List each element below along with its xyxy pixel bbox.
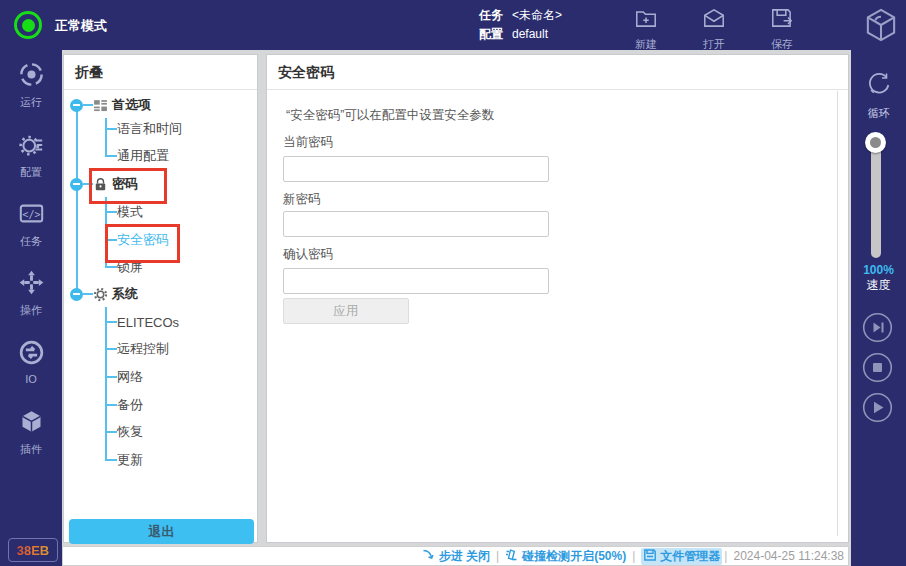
collapse-toggle-icon[interactable] <box>70 178 83 191</box>
nav-item-label: 插件 <box>20 442 42 457</box>
status-bar: 步进 关闭 | 碰撞检测开启(50%) | 文件管理器 | 2024-04-25… <box>62 546 849 566</box>
tree-node-label: 恢复 <box>117 423 143 441</box>
loop-label: 循环 <box>868 106 890 121</box>
nav-item-label: 任务 <box>20 234 42 249</box>
nav-item-plugin[interactable]: 插件 <box>0 408 62 457</box>
apply-button[interactable]: 应用 <box>283 298 409 324</box>
tree-node-label: 远程控制 <box>117 340 169 358</box>
loop-control[interactable]: 循环 <box>851 68 906 121</box>
tree-node-network[interactable]: 网络 <box>64 364 253 390</box>
status-separator: | <box>724 549 727 563</box>
tree-node-preferences[interactable]: 首选项 <box>64 92 253 118</box>
gear-list-icon <box>18 131 45 162</box>
status-separator: | <box>496 549 499 563</box>
tree-node-label: 通用配置 <box>117 147 169 165</box>
config-value: default <box>512 27 548 41</box>
timestamp: 2024-04-25 11:24:38 <box>733 549 844 563</box>
tree-node-general-config[interactable]: 通用配置 <box>64 143 253 169</box>
panel-divider <box>837 91 838 536</box>
exit-button[interactable]: 退出 <box>69 519 254 544</box>
step-mode-status[interactable]: 步进 关闭 <box>422 548 490 565</box>
tree-node-system[interactable]: 系统 <box>64 281 253 307</box>
tree-node-label: 网络 <box>117 368 143 386</box>
task-label: 任务 <box>479 8 503 22</box>
tree-node-label: 密码 <box>112 175 138 193</box>
save-icon <box>769 5 795 35</box>
file-actions: 新建 打开 保存 <box>624 5 804 52</box>
mode-indicator-icon[interactable] <box>14 11 42 39</box>
tree-node-label: 安全密码 <box>117 231 169 249</box>
tree-node-password[interactable]: 密码 <box>64 171 253 197</box>
save-task-label: 保存 <box>771 37 793 52</box>
tree-node-label: 模式 <box>117 203 143 221</box>
gear-icon <box>93 287 108 302</box>
nav-item-label: IO <box>25 373 37 385</box>
nav-item-jog[interactable]: 操作 <box>0 269 62 318</box>
tree-node-backup[interactable]: 备份 <box>64 392 253 418</box>
tree-node-elitecos[interactable]: ELITECOs <box>64 309 253 335</box>
tree-node-label: 更新 <box>117 451 143 469</box>
run-icon <box>18 61 45 92</box>
new-password-field[interactable] <box>283 211 549 237</box>
tree-node-remote-control[interactable]: 远程控制 <box>64 336 253 362</box>
play-button[interactable] <box>862 392 893 423</box>
tree-node-label: 语言和时间 <box>117 120 182 138</box>
speed-label: 速度 <box>851 277 906 294</box>
loop-icon <box>863 68 895 104</box>
config-row: 配置default <box>479 25 562 44</box>
nav-item-config[interactable]: 配置 <box>0 131 62 180</box>
tree-node-label: 系统 <box>112 285 138 303</box>
task-row: 任务<未命名> <box>479 6 562 25</box>
tree-node-update[interactable]: 更新 <box>64 447 253 473</box>
tree-node-label: 锁屏 <box>117 258 143 276</box>
nav-item-task[interactable]: </> 任务 <box>0 200 62 249</box>
app-window: 正常模式 任务<未命名> 配置default 新建 打开 <box>0 0 906 566</box>
svg-text:</>: </> <box>22 209 40 220</box>
nav-item-label: 配置 <box>20 165 42 180</box>
nav-item-label: 操作 <box>20 303 42 318</box>
confirm-password-label: 确认密码 <box>283 246 333 263</box>
stop-button[interactable] <box>862 352 893 383</box>
task-value: <未命名> <box>512 8 562 22</box>
code-window-icon: </> <box>18 200 45 231</box>
nav-item-io[interactable]: IO <box>0 339 62 385</box>
speed-slider-handle[interactable] <box>865 132 886 153</box>
move-arrows-icon <box>18 269 45 300</box>
tree-node-label: 备份 <box>117 396 143 414</box>
confirm-password-field[interactable] <box>283 268 549 294</box>
lock-icon <box>93 177 108 192</box>
safety-password-panel: 安全密码 “安全密码”可以在配置中设置安全参数 当前密码 新密码 确认密码 应用 <box>266 54 849 543</box>
step-arrow-icon <box>422 548 436 565</box>
tree-node-lock-screen[interactable]: 锁屏 <box>64 254 253 280</box>
tree-node-label: 首选项 <box>112 96 151 114</box>
current-password-field[interactable] <box>283 156 549 182</box>
open-task-button[interactable]: 打开 <box>692 5 736 52</box>
collapse-toggle-icon[interactable] <box>70 288 83 301</box>
right-control-rail: 循环 100% 速度 <box>851 50 906 566</box>
new-task-button[interactable]: 新建 <box>624 5 668 52</box>
new-task-label: 新建 <box>635 37 657 52</box>
hint-text: “安全密码”可以在配置中设置安全参数 <box>286 107 494 124</box>
preferences-icon <box>93 98 108 113</box>
task-config-block: 任务<未命名> 配置default <box>479 6 562 44</box>
status-badge[interactable]: 38EB <box>8 538 58 562</box>
collapse-toggle-icon[interactable] <box>70 99 83 112</box>
tree-panel-header[interactable]: 折叠 <box>64 55 257 90</box>
file-manager-button[interactable]: 文件管理器 <box>641 548 722 565</box>
settings-tree-panel: 折叠 首选项 语言和时间 通用配置 密码 模式 安全密码 锁屏 <box>63 54 258 543</box>
nav-item-run[interactable]: 运行 <box>0 61 62 110</box>
tree-node-restore[interactable]: 恢复 <box>64 419 253 445</box>
nav-item-label: 运行 <box>20 95 42 110</box>
status-separator: | <box>632 549 635 563</box>
cube-icon <box>18 408 45 439</box>
mode-label: 正常模式 <box>55 17 107 35</box>
speed-slider-track[interactable] <box>871 146 881 258</box>
tree-node-safety-password[interactable]: 安全密码 <box>64 227 253 253</box>
save-task-button[interactable]: 保存 <box>760 5 804 52</box>
collision-detection-status[interactable]: 碰撞检测开启(50%) <box>505 548 626 565</box>
tree-node-language-time[interactable]: 语言和时间 <box>64 116 253 142</box>
open-task-label: 打开 <box>703 37 725 52</box>
tree-node-mode[interactable]: 模式 <box>64 199 253 225</box>
config-label: 配置 <box>479 27 503 41</box>
step-forward-button[interactable] <box>862 312 893 343</box>
